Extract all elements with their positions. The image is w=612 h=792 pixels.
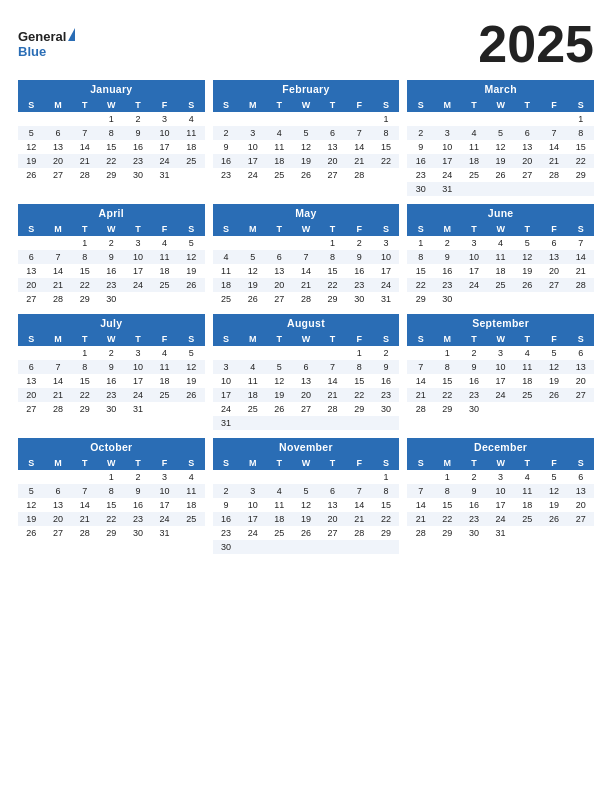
calendar-day: 30 — [125, 168, 152, 182]
calendar-day: 7 — [319, 360, 346, 374]
day-header: M — [239, 456, 266, 470]
calendar-day: 14 — [407, 374, 434, 388]
calendar-day: 9 — [125, 484, 152, 498]
calendar-day: 9 — [346, 250, 373, 264]
calendar-day: 5 — [541, 346, 568, 360]
day-header: S — [178, 222, 205, 236]
calendar-day: 8 — [98, 126, 125, 140]
calendar-day: 24 — [125, 278, 152, 292]
calendar-day: 5 — [18, 126, 45, 140]
calendar-day: 26 — [293, 526, 320, 540]
calendar-day: 18 — [151, 264, 178, 278]
calendar-day: 23 — [125, 154, 152, 168]
month-header-january: January — [18, 80, 205, 98]
calendar-day: 10 — [434, 140, 461, 154]
calendar-week-row: 11121314151617 — [213, 264, 400, 278]
calendar-day — [239, 346, 266, 360]
day-header: S — [567, 222, 594, 236]
calendar-day — [178, 168, 205, 182]
calendar-day: 26 — [541, 388, 568, 402]
calendar-week-row: 24252627282930 — [213, 402, 400, 416]
month-table-april: SMTWTFS123456789101112131415161718192021… — [18, 222, 205, 306]
calendar-day: 15 — [71, 264, 98, 278]
calendar-day: 26 — [178, 388, 205, 402]
calendar-day: 9 — [461, 360, 488, 374]
calendar-day — [319, 416, 346, 430]
calendar-day: 13 — [319, 498, 346, 512]
calendar-week-row: 16171819202122 — [213, 154, 400, 168]
calendar-day: 24 — [151, 512, 178, 526]
calendar-day: 30 — [461, 526, 488, 540]
calendar-day — [18, 112, 45, 126]
month-header-november: November — [213, 438, 400, 456]
calendar-day — [71, 112, 98, 126]
calendar-week-row: 12131415161718 — [18, 498, 205, 512]
calendar-day: 9 — [434, 250, 461, 264]
calendar-week-row: 3456789 — [213, 360, 400, 374]
day-header: T — [266, 222, 293, 236]
calendar-day: 4 — [487, 236, 514, 250]
calendar-day: 27 — [319, 168, 346, 182]
calendar-day: 12 — [514, 250, 541, 264]
calendar-week-row: 1234 — [18, 470, 205, 484]
calendar-day: 13 — [18, 374, 45, 388]
day-header: M — [434, 222, 461, 236]
month-header-october: October — [18, 438, 205, 456]
calendar-day: 7 — [71, 126, 98, 140]
calendar-day: 2 — [461, 346, 488, 360]
calendar-day: 23 — [125, 512, 152, 526]
calendar-day — [541, 402, 568, 416]
calendar-day: 5 — [293, 484, 320, 498]
calendar-day — [461, 112, 488, 126]
calendar-week-row: 27282930 — [18, 292, 205, 306]
year-label: 2025 — [478, 18, 594, 70]
calendar-day: 28 — [346, 526, 373, 540]
calendar-day: 2 — [373, 346, 400, 360]
calendar-day: 20 — [266, 278, 293, 292]
calendar-day: 19 — [239, 278, 266, 292]
calendar-day: 13 — [567, 484, 594, 498]
calendar-day — [293, 540, 320, 554]
calendar-day: 10 — [239, 498, 266, 512]
calendar-day: 3 — [239, 484, 266, 498]
calendar-day — [266, 470, 293, 484]
calendar-week-row: 15161718192021 — [407, 264, 594, 278]
calendar-week-row: 13141516171819 — [18, 374, 205, 388]
calendar-day — [71, 470, 98, 484]
calendar-day — [407, 112, 434, 126]
calendar-day: 2 — [213, 484, 240, 498]
day-header: W — [487, 332, 514, 346]
logo-general: General — [18, 28, 75, 45]
calendar-day: 9 — [213, 498, 240, 512]
calendar-day: 21 — [407, 388, 434, 402]
calendar-day — [239, 112, 266, 126]
calendar-day: 17 — [239, 512, 266, 526]
calendar-day: 31 — [151, 526, 178, 540]
calendar-day: 15 — [373, 498, 400, 512]
calendar-day — [239, 416, 266, 430]
day-header: S — [213, 456, 240, 470]
calendar-day: 17 — [461, 264, 488, 278]
calendar-day: 8 — [346, 360, 373, 374]
calendar-day: 6 — [18, 360, 45, 374]
calendar-day — [487, 292, 514, 306]
calendar-day: 17 — [487, 498, 514, 512]
calendar-day: 5 — [178, 346, 205, 360]
calendar-day: 7 — [45, 360, 72, 374]
calendar-day: 20 — [293, 388, 320, 402]
calendar-day: 4 — [266, 126, 293, 140]
calendar-day: 1 — [567, 112, 594, 126]
calendar-day: 3 — [487, 346, 514, 360]
calendar-day — [346, 112, 373, 126]
calendar-day: 15 — [98, 498, 125, 512]
calendar-day — [178, 292, 205, 306]
day-header: T — [266, 98, 293, 112]
calendar-day: 6 — [541, 236, 568, 250]
calendar-day — [373, 168, 400, 182]
calendar-week-row: 23242526272829 — [407, 168, 594, 182]
calendar-day: 15 — [71, 374, 98, 388]
calendar-day: 7 — [346, 484, 373, 498]
calendar-day: 6 — [567, 470, 594, 484]
calendar-day: 21 — [71, 512, 98, 526]
calendar-day: 6 — [45, 484, 72, 498]
